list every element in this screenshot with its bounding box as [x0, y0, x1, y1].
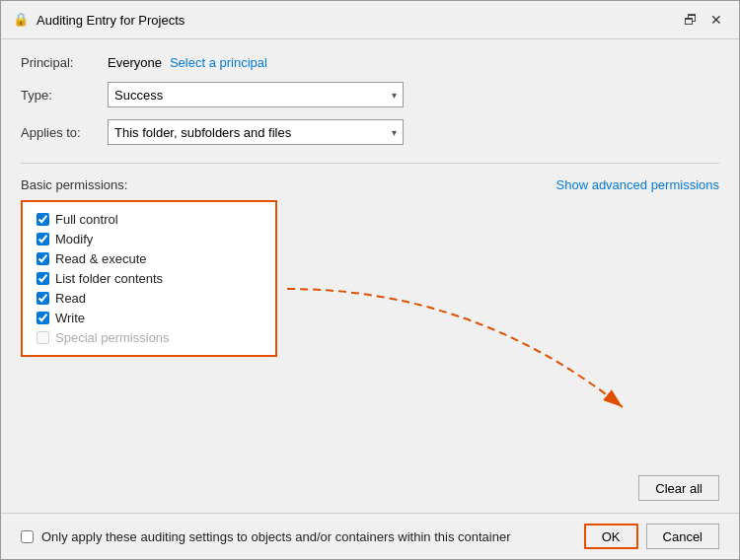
- checkbox-read[interactable]: [37, 292, 49, 305]
- checkbox-label-1: Modify: [55, 232, 93, 246]
- checkbox-label-3: List folder contents: [55, 271, 163, 286]
- container-checkbox-label: Only apply these auditing settings to ob…: [41, 529, 511, 544]
- checkbox-label-5: Write: [55, 311, 85, 325]
- principal-row: Principal: Everyone Select a principal: [21, 55, 719, 70]
- applies-to-value: This folder, subfolders and files: [114, 125, 291, 140]
- checkboxes-container: Full controlModifyRead & executeList fol…: [21, 200, 277, 357]
- title-bar-left: 🔒 Auditing Entry for Projects: [13, 12, 185, 28]
- clear-all-button[interactable]: Clear all: [638, 475, 719, 501]
- dialog-icon: 🔒: [13, 12, 29, 28]
- type-value: Success: [114, 88, 163, 103]
- applies-to-dropdown-arrow: ▾: [392, 127, 397, 138]
- permissions-area: Full controlModifyRead & executeList fol…: [21, 200, 719, 357]
- title-bar: 🔒 Auditing Entry for Projects 🗗 ✕: [1, 1, 739, 39]
- type-dropdown-arrow: ▾: [392, 90, 397, 101]
- checkbox-full-control[interactable]: [37, 213, 49, 226]
- principal-name: Everyone: [108, 55, 162, 70]
- checkbox-row: List folder contents: [37, 271, 261, 286]
- applies-to-dropdown[interactable]: This folder, subfolders and files ▾: [108, 119, 404, 145]
- dashed-arrow: [277, 230, 692, 427]
- checkbox-write[interactable]: [37, 312, 49, 324]
- type-dropdown[interactable]: Success ▾: [108, 82, 404, 107]
- checkbox-row: Write: [37, 311, 261, 325]
- principal-label: Principal:: [21, 55, 100, 70]
- restore-button[interactable]: 🗗: [680, 9, 702, 31]
- dialog-window: 🔒 Auditing Entry for Projects 🗗 ✕ Princi…: [0, 0, 740, 560]
- footer-left: Only apply these auditing settings to ob…: [21, 529, 511, 544]
- checkbox-list-folder-contents[interactable]: [37, 272, 49, 285]
- applies-to-row: Applies to: This folder, subfolders and …: [21, 119, 719, 145]
- checkbox-read-&-execute[interactable]: [37, 252, 49, 265]
- checkbox-row: Read & execute: [37, 251, 261, 266]
- applies-to-label: Applies to:: [21, 125, 100, 140]
- type-row: Type: Success ▾: [21, 82, 719, 107]
- permissions-section: Basic permissions: Show advanced permiss…: [21, 177, 719, 463]
- checkbox-row: Read: [37, 291, 261, 306]
- dialog-body: Principal: Everyone Select a principal T…: [1, 39, 739, 513]
- title-controls: 🗗 ✕: [680, 9, 727, 31]
- select-principal-link[interactable]: Select a principal: [170, 55, 267, 70]
- checkbox-row: Full control: [37, 212, 261, 227]
- checkbox-label-6: Special permissions: [55, 330, 170, 345]
- footer-right: OK Cancel: [584, 524, 719, 549]
- checkbox-special-permissions[interactable]: [37, 331, 49, 344]
- checkbox-row: Special permissions: [37, 330, 261, 345]
- dialog-title: Auditing Entry for Projects: [37, 13, 185, 28]
- advanced-permissions-link[interactable]: Show advanced permissions: [556, 177, 719, 192]
- checkbox-label-2: Read & execute: [55, 251, 147, 266]
- checkbox-row: Modify: [37, 232, 261, 246]
- clear-all-row: Clear all: [21, 475, 719, 501]
- checkbox-label-0: Full control: [55, 212, 118, 227]
- dialog-footer: Only apply these auditing settings to ob…: [1, 513, 739, 559]
- checkbox-label-4: Read: [55, 291, 86, 306]
- cancel-button[interactable]: Cancel: [646, 524, 719, 549]
- close-button[interactable]: ✕: [705, 9, 727, 31]
- separator-1: [21, 163, 719, 164]
- checkbox-modify[interactable]: [37, 233, 49, 245]
- type-label: Type:: [21, 88, 100, 103]
- container-checkbox[interactable]: [21, 530, 34, 543]
- permissions-title: Basic permissions:: [21, 177, 127, 192]
- ok-button[interactable]: OK: [584, 524, 638, 549]
- permissions-header: Basic permissions: Show advanced permiss…: [21, 177, 719, 192]
